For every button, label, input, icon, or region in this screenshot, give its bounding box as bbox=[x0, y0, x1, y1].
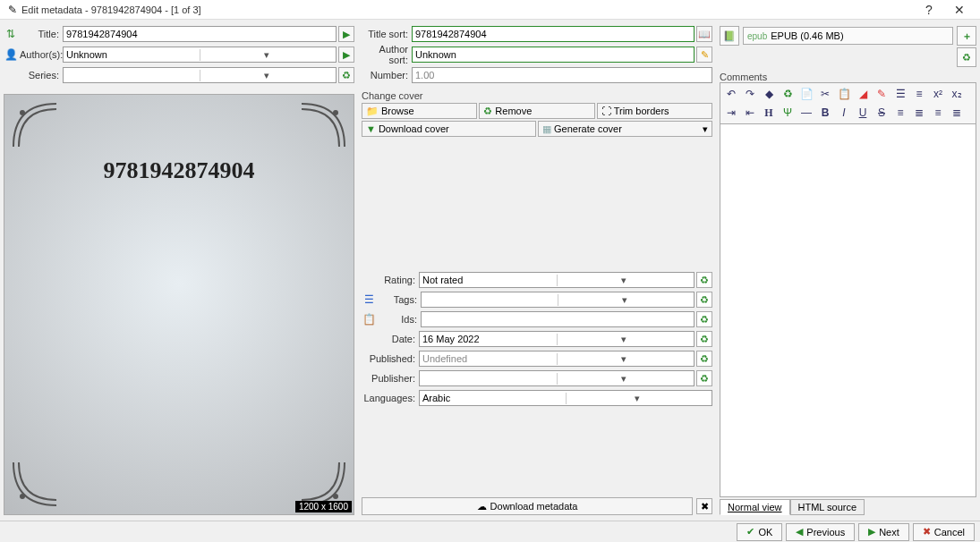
generate-cover-button[interactable]: ▦Generate cover▾ bbox=[538, 121, 712, 137]
select-all-icon[interactable]: ◆ bbox=[761, 86, 777, 102]
browse-cover-button[interactable]: 📁Browse bbox=[362, 103, 477, 119]
title-auto-button[interactable]: ▶ bbox=[338, 26, 354, 42]
titlesort-input[interactable] bbox=[412, 26, 695, 42]
authors-auto-button[interactable]: ▶ bbox=[338, 47, 354, 63]
ids-label: Ids: bbox=[378, 314, 421, 325]
published-label: Published: bbox=[362, 353, 419, 364]
outdent-icon[interactable]: ⇤ bbox=[742, 105, 758, 121]
svg-point-0 bbox=[20, 110, 25, 115]
editor-toolbar: ↶ ↷ ◆ ♻ 📄 ✂ 📋 ◢ ✎ ☰ ≡ x² x₂ ⇥ ⇤ H Ψ — B … bbox=[720, 82, 976, 123]
tags-reset-button[interactable]: ♻ bbox=[696, 292, 712, 308]
ok-button[interactable]: ✔OK bbox=[737, 523, 782, 541]
series-combo[interactable]: ▾ bbox=[63, 67, 337, 83]
download-metadata-config-button[interactable]: ✖ bbox=[696, 498, 712, 514]
rating-reset-button[interactable]: ♻ bbox=[696, 272, 712, 288]
remove-format-icon[interactable]: ♻ bbox=[780, 86, 796, 102]
tags-icon[interactable]: ☰ bbox=[362, 292, 376, 307]
title-input[interactable] bbox=[63, 26, 337, 42]
ids-icon[interactable]: 📋 bbox=[362, 312, 376, 326]
svg-point-2 bbox=[20, 494, 25, 499]
rating-combo[interactable]: Not rated▾ bbox=[419, 272, 695, 288]
underline-icon[interactable]: U bbox=[855, 105, 871, 121]
sup-icon[interactable]: x² bbox=[930, 86, 946, 102]
date-input[interactable]: 16 May 2022▾ bbox=[419, 331, 695, 347]
italic-icon[interactable]: I bbox=[836, 105, 852, 121]
format-label: EPUB (0.46 MB) bbox=[771, 30, 843, 41]
align-left-icon[interactable]: ≡ bbox=[892, 105, 908, 121]
cover-preview: 9781942874904 1200 x 1600 bbox=[4, 94, 354, 515]
date-label: Date: bbox=[362, 334, 419, 344]
previous-button[interactable]: ◀Previous bbox=[786, 523, 855, 541]
download-metadata-button[interactable]: ☁Download metadata bbox=[362, 497, 693, 515]
heading-icon[interactable]: H bbox=[761, 105, 777, 121]
published-input[interactable]: Undefined▾ bbox=[419, 351, 695, 367]
ids-input[interactable] bbox=[421, 311, 695, 327]
title-label: Title: bbox=[20, 29, 63, 39]
titlebar: ✎ Edit metadata - 9781942874904 - [1 of … bbox=[0, 0, 980, 20]
authorsort-label: Author sort: bbox=[362, 44, 412, 65]
tab-normal-view[interactable]: Normal view bbox=[720, 499, 790, 515]
download-cover-button[interactable]: ▼Download cover bbox=[362, 121, 536, 137]
manage-authors-button[interactable]: ✎ bbox=[696, 47, 712, 63]
published-reset-button[interactable]: ♻ bbox=[696, 351, 712, 367]
sub-icon[interactable]: x₂ bbox=[949, 86, 965, 102]
cover-title-text: 9781942874904 bbox=[104, 157, 255, 184]
strike-icon[interactable]: S bbox=[873, 105, 890, 121]
ul-icon[interactable]: ☰ bbox=[892, 86, 908, 102]
publisher-reset-button[interactable]: ♻ bbox=[696, 370, 712, 386]
languages-label: Languages: bbox=[362, 393, 419, 403]
epub-icon: epub bbox=[747, 31, 767, 41]
close-button[interactable]: ✕ bbox=[944, 3, 975, 17]
date-reset-button[interactable]: ♻ bbox=[696, 331, 712, 347]
swap-title-icon[interactable]: ⇅ bbox=[4, 27, 18, 41]
indent-icon[interactable]: ⇥ bbox=[723, 105, 739, 121]
cancel-button[interactable]: ✖Cancel bbox=[913, 523, 975, 541]
hr-icon[interactable]: — bbox=[798, 105, 814, 121]
link-icon[interactable]: Ψ bbox=[780, 105, 796, 121]
align-justify-icon[interactable]: ≣ bbox=[949, 105, 965, 121]
redo-icon[interactable]: ↷ bbox=[742, 86, 758, 102]
align-center-icon[interactable]: ≣ bbox=[911, 105, 927, 121]
comments-label: Comments bbox=[720, 72, 976, 82]
help-button[interactable]: ? bbox=[914, 3, 944, 17]
open-book-button[interactable]: 📖 bbox=[696, 26, 712, 42]
color-icon[interactable]: ◢ bbox=[855, 86, 871, 102]
formats-list[interactable]: epub EPUB (0.46 MB) bbox=[743, 27, 953, 45]
next-button[interactable]: ▶Next bbox=[858, 523, 909, 541]
authors-label: Author(s): bbox=[20, 49, 63, 60]
paste-icon[interactable]: 📋 bbox=[836, 86, 852, 102]
authorsort-input[interactable] bbox=[412, 47, 695, 63]
languages-combo[interactable]: Arabic▾ bbox=[419, 390, 712, 406]
align-right-icon[interactable]: ≡ bbox=[930, 105, 946, 121]
number-label: Number: bbox=[362, 70, 412, 80]
copy-icon[interactable]: 📄 bbox=[798, 86, 814, 102]
ids-reset-button[interactable]: ♻ bbox=[696, 311, 712, 327]
series-clear-button[interactable]: ♻ bbox=[338, 67, 354, 83]
tags-label: Tags: bbox=[378, 294, 421, 305]
svg-point-1 bbox=[333, 110, 338, 115]
cut-icon[interactable]: ✂ bbox=[817, 86, 833, 102]
number-input[interactable] bbox=[412, 67, 712, 83]
undo-icon[interactable]: ↶ bbox=[723, 86, 739, 102]
tags-combo[interactable]: ▾ bbox=[421, 292, 695, 308]
series-label: Series: bbox=[20, 70, 63, 80]
publisher-label: Publisher: bbox=[362, 373, 419, 384]
set-cover-from-format-button[interactable]: 📗 bbox=[720, 26, 739, 46]
trim-borders-button[interactable]: ⛶Trim borders bbox=[597, 103, 712, 119]
tab-html-source[interactable]: HTML source bbox=[790, 499, 865, 515]
remove-format-button[interactable]: ♻ bbox=[957, 47, 976, 67]
add-format-button[interactable]: ＋ bbox=[957, 26, 976, 46]
author-icon: 👤 bbox=[4, 47, 18, 62]
ol-icon[interactable]: ≡ bbox=[911, 86, 927, 102]
remove-cover-button[interactable]: ♻Remove bbox=[479, 103, 594, 119]
cover-dimensions: 1200 x 1600 bbox=[295, 501, 352, 512]
publisher-combo[interactable]: ▾ bbox=[419, 370, 695, 386]
bold-icon[interactable]: B bbox=[817, 105, 833, 121]
titlesort-label: Title sort: bbox=[362, 29, 412, 39]
bgcolor-icon[interactable]: ✎ bbox=[873, 86, 890, 102]
comments-editor[interactable] bbox=[720, 123, 976, 497]
rating-label: Rating: bbox=[362, 275, 419, 285]
app-icon: ✎ bbox=[5, 3, 20, 17]
authors-combo[interactable]: Unknown▾ bbox=[63, 47, 337, 63]
change-cover-label: Change cover bbox=[362, 90, 712, 101]
